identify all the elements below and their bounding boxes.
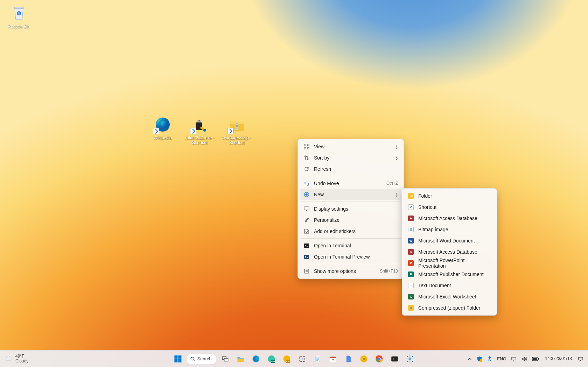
new-icon [303,191,310,198]
menu-undo-move[interactable]: Undo Move Ctrl+Z [300,178,401,189]
tray-clock[interactable]: 14:37 23/01/13 [542,352,575,366]
submenu-excel[interactable]: X Microsoft Excel Worksheet [404,291,495,302]
submenu-shortcut[interactable]: ↗ Shortcut [404,202,495,213]
menu-add-stickers[interactable]: Add or edit stickers [300,226,401,237]
zip-folder-icon [227,115,247,134]
submenu-folder-label: Folder [418,193,491,199]
powerpoint-icon: P [408,260,414,266]
svg-rect-15 [304,244,309,248]
tray-language[interactable]: ENG [495,352,508,366]
docs-icon [345,355,352,363]
svg-text:BETA: BETA [271,360,275,362]
menu-terminal-label: Open in Terminal [314,243,398,248]
menu-separator [301,238,401,239]
taskbar-settings[interactable] [403,352,417,366]
tray-bluetooth[interactable] [485,352,494,366]
taskbar-file-explorer[interactable] [234,352,248,366]
menu-show-more-options[interactable]: Show more options Shift+F10 [300,266,401,277]
menu-personalize[interactable]: Personalize [300,214,401,226]
menu-display-settings[interactable]: Display settings [300,203,401,214]
shortcut-icon: ↗ [408,204,414,210]
tray-notifications[interactable] [576,352,585,366]
folder-icon [237,355,245,363]
wordpress-zip-shortcut[interactable]: wordpress.zip - Shortcut [222,115,252,146]
access-icon: A [408,249,414,255]
svg-rect-19 [178,355,181,359]
rufus-shortcut[interactable]: rufus-3.21.exe - Shortcut [184,115,215,146]
submenu-access-label: Microsoft Access Database [418,216,491,221]
submenu-bitmap[interactable]: ▧ Bitmap image [404,224,495,235]
chevron-right-icon: ❯ [395,156,398,160]
taskbar-edge[interactable] [249,352,263,366]
notepad-icon [314,355,322,363]
edge-icon [153,115,173,134]
submenu-publisher[interactable]: P Microsoft Publisher Document [404,269,495,280]
chrome-icon [375,355,384,363]
tray-time: 14:37 [545,357,555,361]
tray-security[interactable] [475,352,484,366]
recycle-bin-label: Recycle Bin [4,24,34,29]
svg-rect-46 [512,357,516,360]
tray-network[interactable] [509,352,518,366]
speaker-icon [522,356,527,362]
taskbar-search-label: Search [197,356,211,361]
taskbar-notepad[interactable] [311,352,325,366]
submenu-powerpoint[interactable]: P Microsoft PowerPoint Presentation [404,257,495,269]
chevron-right-icon: ❯ [395,145,398,149]
menu-personalize-label: Personalize [314,217,398,223]
menu-show-more-accel: Shift+F10 [380,269,398,274]
submenu-access2[interactable]: A Microsoft Access Database [404,246,495,257]
taskbar-chrome-canary[interactable] [357,352,371,366]
submenu-word[interactable]: W Microsoft Word Document [404,235,495,246]
weather-widget[interactable]: 49°F Cloudy [4,354,28,364]
submenu-publisher-label: Microsoft Publisher Document [418,271,491,277]
text-file-icon: ≡ [408,282,414,289]
windows-logo-icon [174,355,182,363]
taskbar-edge-beta[interactable]: BETA [265,352,279,366]
menu-separator [301,202,401,202]
submenu-text[interactable]: ≡ Text Document [404,280,495,291]
menu-sort-by[interactable]: Sort by ❯ [300,152,401,163]
wikipedia-shortcut[interactable]: Wikipedia [147,115,178,141]
taskbar-calendar[interactable]: 23 [326,352,340,366]
menu-new[interactable]: New ❯ [300,189,401,200]
taskbar: 49°F Cloudy Search BETA CAN [0,350,588,367]
terminal-preview-icon [303,254,310,260]
recycle-bin-icon[interactable]: Recycle Bin [4,3,34,29]
start-button[interactable] [171,352,185,366]
tray-volume[interactable] [520,352,529,366]
menu-sort-by-label: Sort by [314,155,388,161]
menu-open-terminal[interactable]: Open in Terminal [300,240,401,251]
taskbar-edge-canary[interactable]: CAN [280,352,294,366]
refresh-icon [303,166,310,172]
svg-rect-7 [304,144,306,146]
taskbar-terminal[interactable] [388,352,402,366]
submenu-folder[interactable]: 📁 Folder [404,190,495,202]
menu-open-terminal-preview[interactable]: Open in Terminal Preview [300,251,401,262]
undo-icon [303,180,310,186]
menu-new-label: New [314,192,388,197]
network-icon [511,356,517,362]
taskbar-google-docs[interactable] [342,352,356,366]
menu-view[interactable]: View ❯ [300,141,401,152]
tray-battery[interactable] [530,352,541,366]
submenu-zip[interactable]: ⧈ Compressed (zipped) Folder [404,302,495,313]
desktop-wallpaper[interactable] [0,0,588,367]
edge-canary-icon: CAN [283,355,291,363]
svg-rect-43 [391,356,398,361]
taskbar-chrome[interactable] [372,352,386,366]
taskbar-search[interactable]: Search [186,353,217,365]
svg-rect-16 [304,255,309,259]
svg-point-13 [306,231,306,231]
svg-rect-21 [178,359,181,362]
taskbar-snipping-tool[interactable] [295,352,309,366]
gear-icon [406,355,414,363]
taskbar-center: Search BETA CAN 23 [171,352,417,366]
folder-icon: 📁 [408,193,414,199]
submenu-bitmap-label: Bitmap image [418,227,491,232]
submenu-access[interactable]: A Microsoft Access Database [404,213,495,224]
menu-refresh[interactable]: Refresh [300,163,401,175]
tray-overflow[interactable] [466,352,474,366]
task-view-button[interactable] [218,352,232,366]
menu-display-label: Display settings [314,206,398,212]
